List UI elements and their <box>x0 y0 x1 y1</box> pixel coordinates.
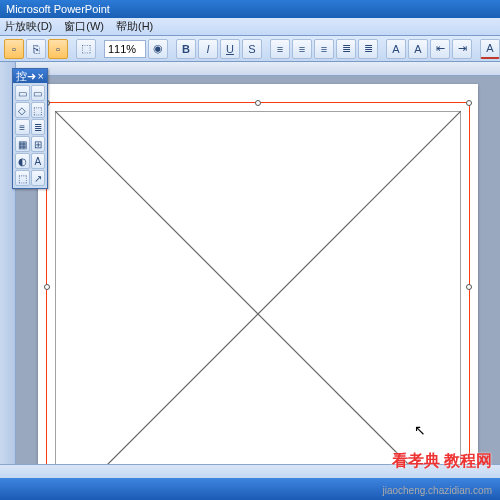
align-center-icon[interactable]: ≡ <box>292 39 312 59</box>
panel-title: 控➜ <box>16 69 36 84</box>
tool-button[interactable]: ⎘ <box>26 39 46 59</box>
align-left-icon[interactable]: ≡ <box>270 39 290 59</box>
help-icon[interactable]: ◉ <box>148 39 168 59</box>
list-icon[interactable]: ≣ <box>31 119 46 135</box>
bold-button[interactable]: B <box>176 39 196 59</box>
underline-button[interactable]: U <box>220 39 240 59</box>
panel-titlebar[interactable]: 控➜ × <box>13 69 47 83</box>
resize-handle[interactable] <box>466 284 472 290</box>
shape-box-icon[interactable]: ⬚ <box>31 102 46 118</box>
drawing-tools-panel[interactable]: 控➜ × ▭ ▭ ◇ ⬚ ≡ ≣ ▦ ⊞ ◐ A ⬚ ↗ <box>12 68 48 189</box>
workspace: ↖ <box>0 62 500 500</box>
shape-rect2-icon[interactable]: ▭ <box>31 85 46 101</box>
font-color-button[interactable]: A <box>480 39 500 59</box>
menu-window[interactable]: 窗口(W) <box>64 19 104 34</box>
grid-icon[interactable]: ▦ <box>15 136 30 152</box>
horizontal-ruler <box>16 62 500 76</box>
svg-line-2 <box>55 111 461 500</box>
menu-bar: 片放映(D) 窗口(W) 帮助(H) <box>0 18 500 36</box>
indent-right-icon[interactable]: ⇥ <box>452 39 472 59</box>
title-bar: Microsoft PowerPoint <box>0 0 500 18</box>
pie-icon[interactable]: ◐ <box>15 153 30 169</box>
increase-font-icon[interactable]: A <box>386 39 406 59</box>
formatting-toolbar: ▫ ⎘ ▫ ⬚ 111% ◉ B I U S ≡ ≡ ≡ ≣ ≣ A A ⇤ ⇥… <box>0 36 500 62</box>
menu-slideshow[interactable]: 片放映(D) <box>4 19 52 34</box>
shape-diamond-icon[interactable]: ◇ <box>15 102 30 118</box>
shape-rect-icon[interactable]: ▭ <box>15 85 30 101</box>
text-icon[interactable]: A <box>31 153 46 169</box>
tool-button[interactable]: ▫ <box>4 39 24 59</box>
bullets-icon[interactable]: ≣ <box>336 39 356 59</box>
svg-line-1 <box>55 111 461 500</box>
decrease-font-icon[interactable]: A <box>408 39 428 59</box>
numbering-icon[interactable]: ≣ <box>358 39 378 59</box>
resize-handle[interactable] <box>466 100 472 106</box>
table-icon[interactable]: ⊞ <box>31 136 46 152</box>
shadow-button[interactable]: S <box>242 39 262 59</box>
indent-left-icon[interactable]: ⇤ <box>430 39 450 59</box>
watermark-brand: 看孝典 教程网 <box>392 451 492 472</box>
window-title: Microsoft PowerPoint <box>6 3 110 15</box>
zoom-combo[interactable]: 111% <box>104 40 146 58</box>
align-right-icon[interactable]: ≡ <box>314 39 334 59</box>
watermark-url: jiaocheng.chazidian.com <box>382 485 492 496</box>
tool-button[interactable]: ⬚ <box>76 39 96 59</box>
slide-canvas[interactable]: ↖ <box>38 84 478 500</box>
zoom-value: 111% <box>108 43 136 55</box>
frame-icon[interactable]: ⬚ <box>15 170 30 186</box>
italic-button[interactable]: I <box>198 39 218 59</box>
placeholder-cross-icon <box>55 111 461 500</box>
lines-icon[interactable]: ≡ <box>15 119 30 135</box>
resize-handle[interactable] <box>44 284 50 290</box>
mouse-cursor-icon: ↖ <box>414 422 426 438</box>
selected-placeholder[interactable] <box>46 102 470 472</box>
resize-handle[interactable] <box>255 100 261 106</box>
panel-body: ▭ ▭ ◇ ⬚ ≡ ≣ ▦ ⊞ ◐ A ⬚ ↗ <box>13 83 47 188</box>
tool-button[interactable]: ▫ <box>48 39 68 59</box>
svg-rect-0 <box>55 111 461 500</box>
menu-help[interactable]: 帮助(H) <box>116 19 153 34</box>
slide-edit-area[interactable]: ↖ <box>16 62 500 500</box>
arrow-icon[interactable]: ↗ <box>31 170 46 186</box>
close-icon[interactable]: × <box>38 70 44 82</box>
